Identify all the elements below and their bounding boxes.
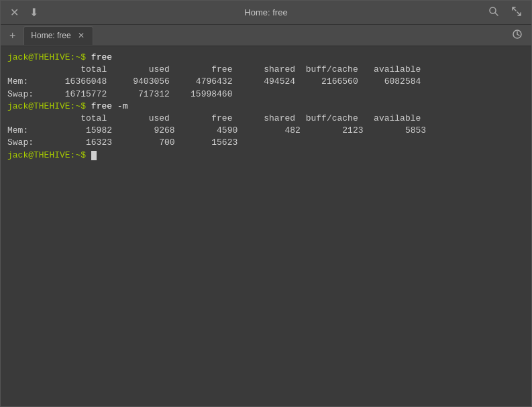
terminal-line-5: jack@THEHIVE:~$ free -m <box>7 101 525 113</box>
title-bar: ✕ ⬇ Home: free <box>1 1 531 25</box>
title-bar-right <box>486 5 525 21</box>
tab-home-free[interactable]: Home: free ✕ <box>23 26 93 45</box>
cmd-2: free -m <box>91 101 128 111</box>
title-bar-left: ✕ ⬇ <box>7 5 41 20</box>
download-button[interactable]: ⬇ <box>27 5 41 20</box>
window-title: Home: free <box>244 7 287 17</box>
terminal-window: ✕ ⬇ Home: free + Home: free ✕ <box>0 0 532 407</box>
close-button[interactable]: ✕ <box>7 5 21 20</box>
cmd-1: free <box>91 52 112 62</box>
output-header-1: total used free shared buff/cache availa… <box>7 64 525 76</box>
terminal-line-9: jack@THEHIVE:~$ <box>7 150 525 162</box>
history-button[interactable] <box>507 26 528 45</box>
cursor <box>91 151 97 160</box>
tab-close-button[interactable]: ✕ <box>76 31 86 40</box>
output-mem-1: Mem: 16366048 9403056 4796432 494524 216… <box>7 76 525 88</box>
search-button[interactable] <box>486 5 502 21</box>
tab-label: Home: free <box>31 31 70 40</box>
prompt-3: jack@THEHIVE:~$ <box>7 150 91 160</box>
tab-bar-right <box>507 26 528 45</box>
prompt-2: jack@THEHIVE:~$ <box>7 101 91 111</box>
output-swap-1: Swap: 16715772 717312 15998460 <box>7 89 525 101</box>
terminal-line-1: jack@THEHIVE:~$ free <box>7 52 525 64</box>
prompt-1: jack@THEHIVE:~$ <box>7 52 91 62</box>
output-header-2: total used free shared buff/cache availa… <box>7 113 525 125</box>
tab-bar: + Home: free ✕ <box>1 25 531 46</box>
terminal-output[interactable]: jack@THEHIVE:~$ free total used free sha… <box>1 46 531 406</box>
new-tab-button[interactable]: + <box>4 27 21 44</box>
maximize-button[interactable] <box>509 5 525 21</box>
svg-line-1 <box>495 13 498 15</box>
output-mem-2: Mem: 15982 9268 4590 482 2123 5853 <box>7 125 525 137</box>
output-swap-2: Swap: 16323 700 15623 <box>7 137 525 149</box>
